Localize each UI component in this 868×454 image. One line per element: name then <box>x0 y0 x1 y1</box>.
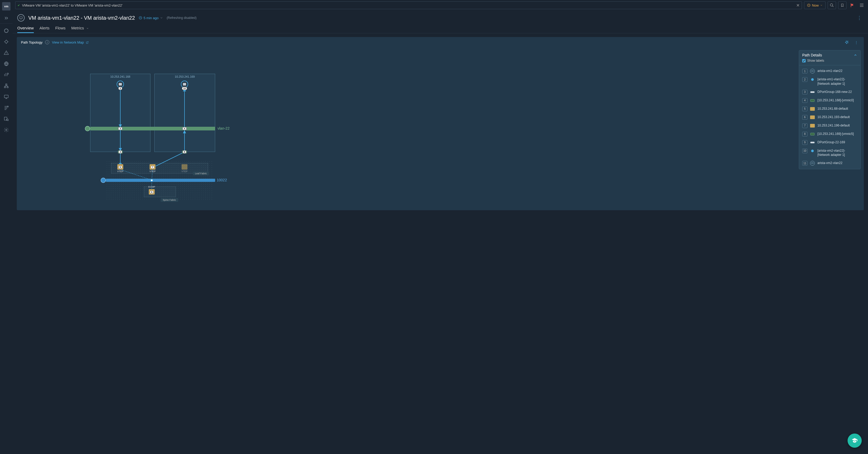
svg-rect-7 <box>4 95 8 97</box>
collapse-icon[interactable] <box>854 53 857 57</box>
panel-menu-icon[interactable]: ⋮ <box>853 40 860 44</box>
tab-flows[interactable]: Flows <box>55 24 65 33</box>
page-title: VM arista-vm1-vlan22 - VM arista-vm2-vla… <box>28 15 135 21</box>
path-details-list: 1arista-vm1-vlan222[arista-vm1-vlan22]-[… <box>799 65 860 169</box>
svg-rect-4 <box>6 84 7 85</box>
alert-icon[interactable] <box>0 47 12 58</box>
node-7[interactable]: 7 VTEP <box>149 164 156 170</box>
dashboard-icon[interactable] <box>0 25 12 36</box>
node-10-badge: 10 <box>183 88 186 91</box>
monitor-icon[interactable] <box>0 91 12 102</box>
tab-metrics[interactable]: Metrics <box>71 24 89 33</box>
path-item-3[interactable]: 3DPortGroup-168-new-22 <box>799 88 860 96</box>
node-4[interactable]: 4 <box>118 150 123 153</box>
path-item-num: 7 <box>802 123 807 128</box>
show-labels-checkbox[interactable]: Show labels <box>799 59 860 65</box>
check-icon: ✔ <box>18 4 20 7</box>
path-item-label: [10.253.241.169]-[vmnic5] <box>817 132 854 136</box>
svg-point-24 <box>151 179 153 181</box>
path-item-icon <box>810 142 814 143</box>
path-item-num: 9 <box>802 140 807 145</box>
info-icon[interactable]: i <box>45 40 49 44</box>
path-item-6[interactable]: 610.253.241.193-default <box>799 113 860 121</box>
node-3[interactable]: 3 <box>118 127 123 130</box>
search-bar[interactable]: ✔ VMware VM 'arista-vm1-vlan22' to VMwar… <box>15 1 802 9</box>
expand-sidebar-icon[interactable] <box>0 12 12 24</box>
path-item-10[interactable]: 10[arista-vm2-vlan22]-[Network adapter 1… <box>799 147 860 159</box>
path-item-11[interactable]: 11arista-vm2-vlan22 <box>799 159 860 167</box>
path-item-label: DPortGroup-168-new-22 <box>817 90 852 94</box>
time-selector[interactable]: 5 min ago <box>138 16 163 20</box>
path-item-label: 10.253.241.196-default <box>817 123 850 128</box>
bookmark-button[interactable] <box>838 1 846 9</box>
page-menu-icon[interactable]: ⋮ <box>856 15 863 21</box>
node-8[interactable]: 8 <box>182 150 187 153</box>
path-item-num: 6 <box>802 115 807 120</box>
path-item-label: [arista-vm2-vlan22]-[Network adapter 1] <box>817 148 857 158</box>
main-area: ✔ VMware VM 'arista-vm1-vlan22' to VMwar… <box>12 0 868 454</box>
node-6[interactable]: 6 ECMP <box>149 189 155 195</box>
search-button[interactable] <box>828 1 836 9</box>
svg-rect-26 <box>812 163 813 164</box>
globe-icon[interactable] <box>0 58 12 69</box>
svg-point-9 <box>6 119 8 121</box>
path-item-7[interactable]: 710.253.241.196-default <box>799 121 860 130</box>
topology-edges <box>17 48 864 205</box>
svg-rect-25 <box>812 70 813 72</box>
svg-line-21 <box>120 170 152 180</box>
path-item-num: 4 <box>802 98 807 103</box>
path-item-label: 10.253.241.68-default <box>817 107 848 111</box>
page-header: VM arista-vm1-vlan22 - VM arista-vm2-vla… <box>12 10 868 24</box>
view-network-map-link[interactable]: View in Network Map <box>52 40 89 44</box>
pin-icon[interactable] <box>843 40 850 44</box>
clear-search-icon[interactable]: ✕ <box>796 3 800 8</box>
path-topology-panel: Path Topology i View in Network Map ⋮ <box>17 37 864 210</box>
node-9[interactable]: 9 <box>182 127 187 130</box>
svg-point-3 <box>7 73 8 74</box>
brand-logo: vm <box>2 2 10 10</box>
path-item-icon <box>810 115 815 119</box>
tab-overview[interactable]: Overview <box>17 24 34 33</box>
path-item-label: [arista-vm1-vlan22]-[Network adapter 1] <box>817 77 857 86</box>
pinboard-icon[interactable] <box>0 102 12 113</box>
svg-line-20 <box>156 152 185 166</box>
path-item-icon <box>810 107 815 111</box>
flag-icon[interactable] <box>848 3 856 8</box>
path-item-num: 1 <box>802 69 807 74</box>
path-item-label: arista-vm1-vlan22 <box>817 69 842 73</box>
search-text: VMware VM 'arista-vm1-vlan22' to VMware … <box>22 3 794 7</box>
path-item-8[interactable]: 8[10.253.241.169]-[vmnic5] <box>799 130 860 138</box>
show-labels-input[interactable] <box>802 59 806 62</box>
settings-icon[interactable] <box>0 124 12 135</box>
path-item-4[interactable]: 4[10.253.241.168]-[vmnic0] <box>799 96 860 105</box>
path-item-1[interactable]: 1arista-vm1-vlan22 <box>799 67 860 75</box>
path-item-label: DPortGroup-22-169 <box>817 140 845 145</box>
path-item-label: 10.253.241.193-default <box>817 115 850 119</box>
path-item-num: 8 <box>802 132 807 137</box>
svg-point-1 <box>5 40 8 43</box>
path-item-icon <box>811 149 814 152</box>
analytics-icon[interactable] <box>0 69 12 80</box>
path-item-num: 5 <box>802 107 807 111</box>
path-item-5[interactable]: 510.253.241.68-default <box>799 105 860 113</box>
path-item-9[interactable]: 9DPortGroup-22-169 <box>799 138 860 147</box>
tabs: Overview Alerts Flows Metrics <box>12 24 868 33</box>
topology-icon[interactable] <box>0 80 12 91</box>
path-item-icon <box>811 78 814 81</box>
path-item-num: 11 <box>802 161 807 166</box>
hamburger-icon[interactable] <box>858 3 865 8</box>
time-range-button[interactable]: Now <box>804 1 826 9</box>
path-item-num: 3 <box>802 90 807 94</box>
path-item-icon <box>810 91 814 93</box>
help-fab[interactable] <box>847 433 862 448</box>
chevron-down-icon <box>86 27 89 30</box>
left-sidebar: vm <box>0 0 12 454</box>
node-vtep-extra[interactable]: VTEP <box>181 164 188 170</box>
topology-canvas[interactable]: 10.253.241.168 10.253.241.169 vlan-22 Le… <box>17 48 864 205</box>
node-5[interactable]: 5 VTEP <box>117 164 123 170</box>
target-icon[interactable] <box>0 36 12 47</box>
tab-alerts[interactable]: Alerts <box>39 24 50 33</box>
search-nav-icon[interactable] <box>0 113 12 124</box>
vm-badge-icon <box>17 14 25 22</box>
path-item-2[interactable]: 2[arista-vm1-vlan22]-[Network adapter 1] <box>799 75 860 88</box>
